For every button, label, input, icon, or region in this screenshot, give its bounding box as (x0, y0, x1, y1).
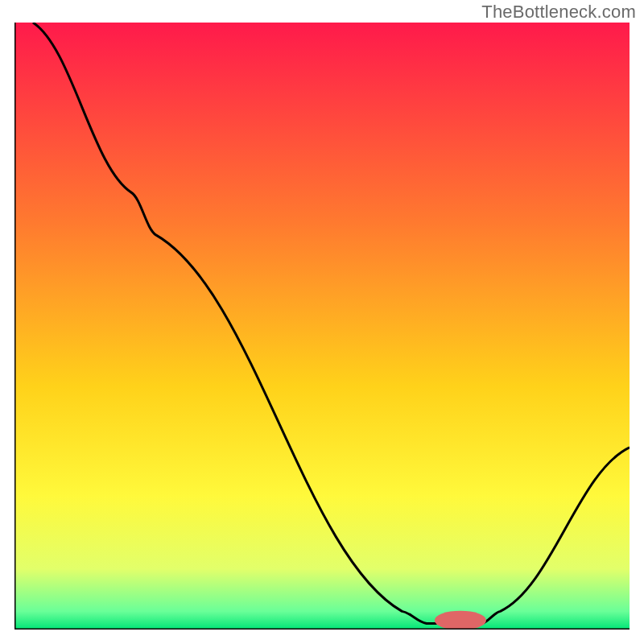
optimal-marker (435, 611, 486, 630)
chart-svg (14, 23, 630, 630)
chart-container: TheBottleneck.com (0, 0, 644, 644)
chart-plot-area (14, 23, 630, 630)
watermark-text: TheBottleneck.com (481, 2, 636, 23)
gradient-background (14, 23, 630, 630)
